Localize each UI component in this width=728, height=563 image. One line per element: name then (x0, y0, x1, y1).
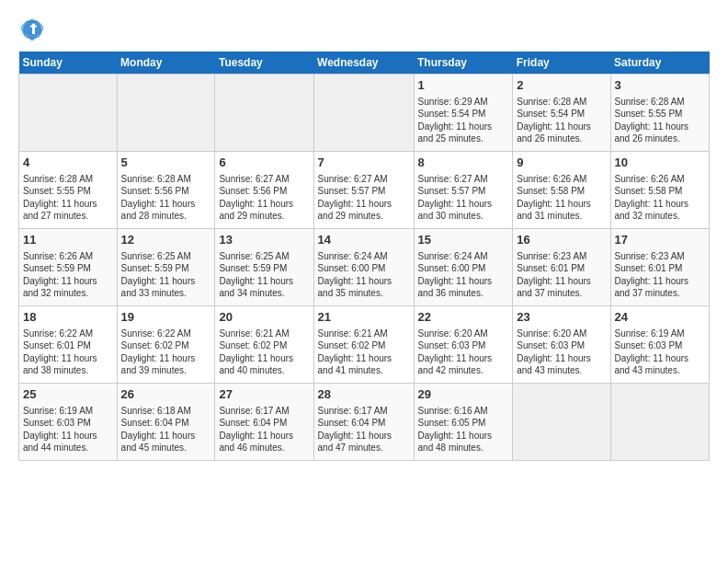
cell-info: Sunset: 6:03 PM (418, 339, 509, 352)
cell-info: Sunrise: 6:29 AM (418, 96, 509, 109)
header-cell-monday: Monday (117, 52, 215, 75)
calendar-cell: 4Sunrise: 6:28 AMSunset: 5:55 PMDaylight… (19, 152, 118, 229)
day-number: 1 (418, 77, 509, 94)
calendar-cell: 22Sunrise: 6:20 AMSunset: 6:03 PMDayligh… (414, 306, 513, 384)
logo-icon (18, 15, 46, 42)
cell-info: Sunset: 6:01 PM (23, 339, 113, 352)
day-number: 10 (615, 155, 706, 171)
cell-info: Daylight: 11 hours and 43 minutes. (615, 352, 706, 377)
header-cell-saturday: Saturday (610, 52, 710, 75)
cell-info: Daylight: 11 hours and 27 minutes. (23, 198, 113, 223)
cell-info: Sunrise: 6:27 AM (418, 173, 509, 186)
day-number: 26 (121, 386, 211, 403)
cell-info: Sunrise: 6:27 AM (318, 173, 410, 186)
cell-info: Sunset: 5:54 PM (517, 108, 606, 121)
cell-info: Sunrise: 6:23 AM (615, 250, 706, 263)
cell-info: Sunrise: 6:26 AM (23, 250, 113, 263)
day-number: 28 (318, 386, 410, 403)
header-cell-thursday: Thursday (414, 52, 513, 75)
calendar-cell: 21Sunrise: 6:21 AMSunset: 6:02 PMDayligh… (313, 306, 414, 384)
cell-info: Sunset: 5:59 PM (121, 262, 211, 275)
calendar-week-4: 25Sunrise: 6:19 AMSunset: 6:03 PMDayligh… (19, 384, 710, 461)
cell-info: Sunset: 5:57 PM (318, 185, 410, 198)
calendar-cell: 13Sunrise: 6:25 AMSunset: 5:59 PMDayligh… (215, 229, 313, 306)
calendar-cell: 17Sunrise: 6:23 AMSunset: 6:01 PMDayligh… (610, 229, 710, 306)
cell-info: Sunset: 6:01 PM (615, 262, 706, 275)
cell-info: Daylight: 11 hours and 37 minutes. (615, 275, 706, 300)
cell-info: Daylight: 11 hours and 31 minutes. (517, 198, 606, 223)
day-number: 12 (121, 232, 211, 248)
calendar-cell: 28Sunrise: 6:17 AMSunset: 6:04 PMDayligh… (313, 384, 414, 461)
cell-info: Daylight: 11 hours and 47 minutes. (318, 430, 410, 454)
header (18, 15, 710, 42)
calendar-cell: 27Sunrise: 6:17 AMSunset: 6:04 PMDayligh… (215, 384, 313, 461)
day-number: 8 (418, 155, 509, 171)
calendar-cell: 23Sunrise: 6:20 AMSunset: 6:03 PMDayligh… (513, 306, 610, 384)
calendar-cell: 29Sunrise: 6:16 AMSunset: 6:05 PMDayligh… (414, 384, 513, 461)
cell-info: Daylight: 11 hours and 38 minutes. (23, 352, 113, 377)
day-number: 25 (23, 386, 113, 403)
logo (18, 15, 51, 42)
calendar-cell (215, 75, 313, 152)
calendar-table: SundayMondayTuesdayWednesdayThursdayFrid… (18, 52, 710, 461)
cell-info: Sunrise: 6:16 AM (418, 405, 509, 418)
day-number: 19 (121, 309, 211, 326)
cell-info: Daylight: 11 hours and 30 minutes. (418, 198, 509, 223)
day-number: 2 (517, 77, 606, 94)
cell-info: Sunrise: 6:24 AM (418, 250, 509, 263)
cell-info: Sunrise: 6:22 AM (121, 327, 211, 340)
calendar-week-3: 18Sunrise: 6:22 AMSunset: 6:01 PMDayligh… (19, 306, 710, 384)
day-number: 6 (219, 155, 309, 171)
day-number: 27 (219, 386, 309, 403)
day-number: 11 (23, 232, 113, 248)
day-number: 21 (318, 309, 410, 326)
cell-info: Sunset: 6:02 PM (121, 339, 211, 352)
cell-info: Daylight: 11 hours and 48 minutes. (418, 430, 509, 454)
calendar-cell: 19Sunrise: 6:22 AMSunset: 6:02 PMDayligh… (117, 306, 215, 384)
calendar-cell: 5Sunrise: 6:28 AMSunset: 5:56 PMDaylight… (117, 152, 215, 229)
cell-info: Sunrise: 6:28 AM (615, 96, 706, 109)
calendar-cell: 12Sunrise: 6:25 AMSunset: 5:59 PMDayligh… (117, 229, 215, 306)
day-number: 24 (615, 309, 706, 326)
cell-info: Daylight: 11 hours and 28 minutes. (121, 198, 211, 223)
cell-info: Sunrise: 6:20 AM (517, 327, 606, 340)
cell-info: Sunrise: 6:17 AM (318, 405, 410, 418)
calendar-cell: 2Sunrise: 6:28 AMSunset: 5:54 PMDaylight… (513, 75, 610, 152)
cell-info: Sunrise: 6:18 AM (121, 405, 211, 418)
calendar-cell: 26Sunrise: 6:18 AMSunset: 6:04 PMDayligh… (117, 384, 215, 461)
cell-info: Sunset: 5:58 PM (615, 185, 706, 198)
day-number: 15 (418, 232, 509, 248)
calendar-week-0: 1Sunrise: 6:29 AMSunset: 5:54 PMDaylight… (19, 75, 710, 152)
day-number: 18 (23, 309, 113, 326)
cell-info: Daylight: 11 hours and 41 minutes. (318, 352, 410, 377)
calendar-cell: 16Sunrise: 6:23 AMSunset: 6:01 PMDayligh… (513, 229, 610, 306)
cell-info: Daylight: 11 hours and 46 minutes. (219, 430, 309, 454)
cell-info: Daylight: 11 hours and 33 minutes. (121, 275, 211, 300)
cell-info: Sunset: 5:59 PM (219, 262, 309, 275)
header-cell-sunday: Sunday (19, 52, 118, 75)
cell-info: Sunrise: 6:19 AM (23, 405, 113, 418)
cell-info: Daylight: 11 hours and 45 minutes. (121, 430, 211, 454)
cell-info: Sunset: 5:59 PM (23, 262, 113, 275)
cell-info: Daylight: 11 hours and 26 minutes. (517, 121, 606, 145)
cell-info: Daylight: 11 hours and 36 minutes. (418, 275, 509, 300)
cell-info: Sunset: 5:58 PM (517, 185, 606, 198)
cell-info: Sunset: 6:00 PM (318, 262, 410, 275)
cell-info: Sunset: 6:00 PM (418, 262, 509, 275)
day-number: 13 (219, 232, 309, 248)
cell-info: Daylight: 11 hours and 42 minutes. (418, 352, 509, 377)
cell-info: Sunrise: 6:26 AM (517, 173, 606, 186)
cell-info: Sunrise: 6:26 AM (615, 173, 706, 186)
calendar-cell: 18Sunrise: 6:22 AMSunset: 6:01 PMDayligh… (19, 306, 118, 384)
cell-info: Sunrise: 6:20 AM (418, 327, 509, 340)
header-cell-friday: Friday (513, 52, 610, 75)
cell-info: Sunset: 6:03 PM (517, 339, 606, 352)
cell-info: Sunset: 5:55 PM (23, 185, 113, 198)
calendar-cell: 9Sunrise: 6:26 AMSunset: 5:58 PMDaylight… (513, 152, 610, 229)
calendar-cell: 14Sunrise: 6:24 AMSunset: 6:00 PMDayligh… (313, 229, 414, 306)
day-number: 16 (517, 232, 606, 248)
header-cell-tuesday: Tuesday (215, 52, 313, 75)
cell-info: Daylight: 11 hours and 32 minutes. (23, 275, 113, 300)
day-number: 3 (615, 77, 706, 94)
calendar-cell (610, 384, 710, 461)
